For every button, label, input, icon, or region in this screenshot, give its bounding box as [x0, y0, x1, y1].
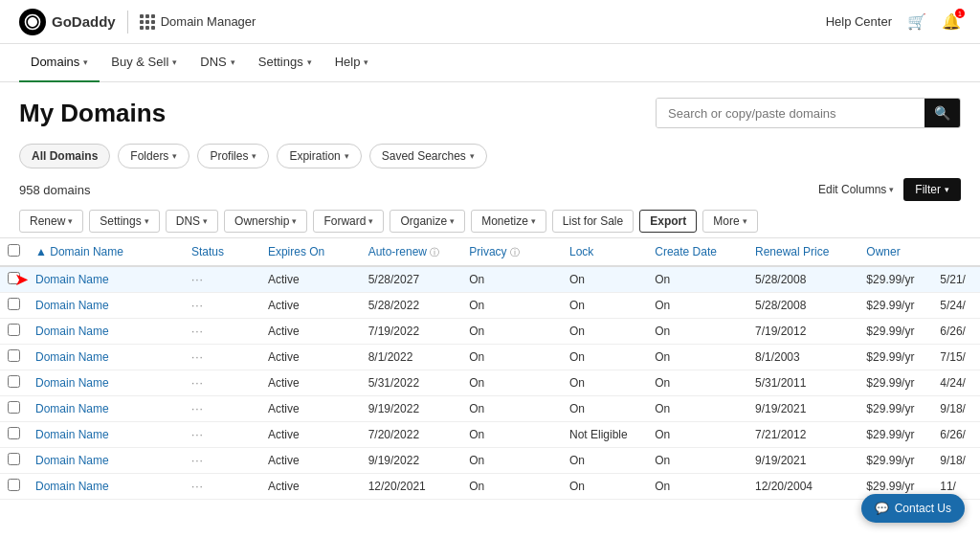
right-actions: Edit Columns ▾ Filter ▾: [818, 178, 961, 201]
row-actions-dots[interactable]: ···: [184, 396, 260, 422]
ownership-button[interactable]: Ownership ▾: [224, 210, 307, 233]
domain-name-link[interactable]: Domain Name: [35, 273, 109, 286]
row-actions-dots[interactable]: ···: [184, 474, 260, 500]
top-bar: GoDaddy Domain Manager Help Center 🛒 🔔1: [0, 0, 980, 44]
domain-name-link[interactable]: Domain Name: [35, 454, 109, 467]
row-actions-dots[interactable]: ···: [184, 266, 260, 293]
row-actions-dots[interactable]: ···: [184, 345, 260, 370]
more-button[interactable]: More ▾: [702, 210, 757, 233]
lock-cell: On: [647, 293, 747, 319]
col-domain-name[interactable]: ▲ Domain Name: [28, 238, 184, 266]
row-checkbox-cell[interactable]: [0, 448, 28, 474]
expires-cell: 9/19/2022: [361, 448, 462, 474]
export-button[interactable]: Export: [639, 210, 697, 233]
nav-item-dns[interactable]: DNS ▾: [189, 44, 246, 82]
row-checkbox[interactable]: [8, 375, 20, 388]
row-checkbox[interactable]: [8, 453, 20, 465]
col-status[interactable]: Status: [184, 238, 260, 266]
privacy-cell: On: [562, 319, 647, 345]
domain-name-cell: Domain Name: [28, 396, 184, 422]
col-lock[interactable]: Lock: [562, 238, 647, 266]
help-center-link[interactable]: Help Center: [826, 14, 892, 29]
domain-table: ▲ Domain Name Status Expires On Auto-ren…: [0, 238, 980, 500]
row-checkbox-cell[interactable]: [0, 345, 28, 370]
list-for-sale-button[interactable]: List for Sale: [552, 210, 634, 233]
col-expires[interactable]: Expires On: [260, 238, 361, 266]
row-checkbox-cell[interactable]: [0, 396, 28, 422]
row-checkbox-cell[interactable]: [0, 474, 28, 500]
domain-name-link[interactable]: Domain Name: [35, 299, 109, 312]
filter-profiles[interactable]: Profiles ▾: [197, 144, 269, 168]
search-button[interactable]: 🔍: [924, 99, 960, 127]
contact-us-button[interactable]: 💬 Contact Us: [861, 494, 965, 523]
row-actions-dots[interactable]: ···: [184, 448, 260, 474]
create-date-cell: 9/19/2021: [747, 448, 858, 474]
table-row: Domain Name ··· Active 12/20/2021 On On …: [0, 474, 980, 500]
row-actions-dots[interactable]: ···: [184, 370, 260, 396]
table-row: ➤ Domain Name ··· Active 5/28/2027 On On…: [0, 266, 980, 293]
select-all-header[interactable]: [0, 238, 28, 266]
organize-button[interactable]: Organize ▾: [390, 210, 465, 233]
lock-cell: On: [647, 319, 747, 345]
nav-item-help[interactable]: Help ▾: [323, 44, 381, 82]
edit-columns-button[interactable]: Edit Columns ▾: [818, 183, 894, 196]
chevron-down-icon: ▾: [83, 57, 88, 67]
domain-name-link[interactable]: Domain Name: [35, 480, 109, 493]
owner-cell: 9/18/: [932, 396, 980, 422]
row-checkbox[interactable]: [8, 479, 20, 491]
top-bar-left: GoDaddy Domain Manager: [19, 9, 256, 35]
row-checkbox[interactable]: [8, 349, 20, 362]
bell-icon[interactable]: 🔔1: [942, 12, 961, 31]
row-checkbox-cell[interactable]: [0, 319, 28, 345]
filter-all-domains[interactable]: All Domains: [19, 144, 110, 168]
settings-button[interactable]: Settings ▾: [89, 210, 159, 233]
logo-divider: [127, 11, 128, 34]
domain-name-link[interactable]: Domain Name: [35, 325, 109, 338]
filter-folders[interactable]: Folders ▾: [118, 144, 189, 168]
row-actions-dots[interactable]: ···: [184, 422, 260, 448]
select-all-checkbox[interactable]: [8, 244, 20, 257]
row-actions-dots[interactable]: ···: [184, 319, 260, 345]
domain-name-link[interactable]: Domain Name: [35, 350, 109, 364]
chevron-down-icon: ▾: [145, 216, 149, 226]
domain-name-link[interactable]: Domain Name: [35, 428, 109, 441]
col-privacy[interactable]: Privacy ⓘ: [461, 238, 562, 266]
status-cell: Active: [260, 319, 361, 345]
col-renewal-price[interactable]: Renewal Price: [747, 238, 858, 266]
monetize-button[interactable]: Monetize ▾: [471, 210, 546, 233]
nav-item-domains[interactable]: Domains ▾: [19, 44, 100, 82]
forward-button[interactable]: Forward ▾: [313, 210, 384, 233]
row-checkbox-cell[interactable]: [0, 293, 28, 319]
filter-expiration[interactable]: Expiration ▾: [277, 144, 361, 168]
row-checkbox[interactable]: [8, 298, 20, 310]
col-create-date[interactable]: Create Date: [647, 238, 747, 266]
dns-button[interactable]: DNS ▾: [166, 210, 218, 233]
autorenew-cell: On: [461, 448, 562, 474]
bell-badge: 1: [955, 9, 965, 18]
table-row: Domain Name ··· Active 7/20/2022 On Not …: [0, 422, 980, 448]
lock-cell: On: [647, 448, 747, 474]
search-input[interactable]: [657, 99, 924, 127]
row-actions-dots[interactable]: ···: [184, 293, 260, 319]
row-checkbox-cell[interactable]: [0, 370, 28, 396]
row-checkbox[interactable]: [8, 401, 20, 414]
filter-saved-searches[interactable]: Saved Searches ▾: [369, 144, 487, 168]
status-cell: Active: [260, 396, 361, 422]
expires-cell: 12/20/2021: [361, 474, 462, 500]
col-autorenew[interactable]: Auto-renew ⓘ: [361, 238, 462, 266]
col-owner[interactable]: Owner: [858, 238, 932, 266]
domain-name-link[interactable]: Domain Name: [35, 402, 109, 415]
privacy-cell: On: [562, 293, 647, 319]
autorenew-cell: On: [461, 474, 562, 500]
chevron-down-icon: ▾: [172, 57, 177, 67]
nav-item-settings[interactable]: Settings ▾: [247, 44, 323, 82]
filter-main-button[interactable]: Filter ▾: [903, 178, 961, 201]
renew-button[interactable]: Renew ▾: [19, 210, 83, 233]
nav-item-buy-sell[interactable]: Buy & Sell ▾: [100, 44, 189, 82]
row-checkbox[interactable]: [8, 324, 20, 336]
row-checkbox-cell[interactable]: [0, 422, 28, 448]
cart-icon[interactable]: 🛒: [907, 12, 926, 31]
row-checkbox[interactable]: [8, 427, 20, 439]
domain-name-link[interactable]: Domain Name: [35, 376, 109, 390]
privacy-cell: On: [562, 345, 647, 370]
